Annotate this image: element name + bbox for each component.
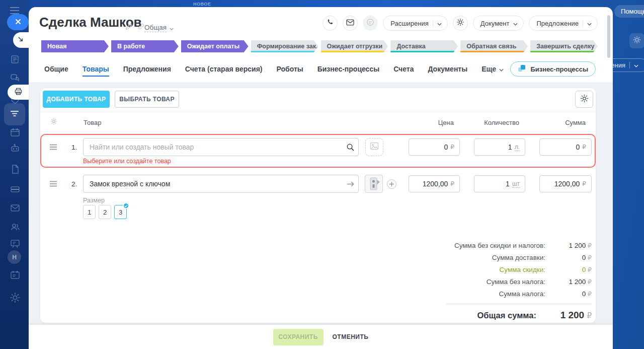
business-processes-label: Бизнес-процессы [530,65,588,73]
feed-icon[interactable] [10,54,21,65]
grid-settings-button[interactable] [575,91,593,108]
total-row-discount: Сумма скидки:0 ₽ [350,263,592,275]
board-icon[interactable] [10,238,21,249]
cancel-button[interactable]: ОТМЕНИТЬ [333,333,369,340]
edit-title-icon[interactable] [125,23,133,32]
size-chip-3-selected[interactable]: 3 [114,205,127,219]
gear-icon [456,18,464,28]
stage-awaiting-shipment[interactable]: Ожидает отгрузки [321,40,388,52]
printer-tab[interactable] [8,85,29,100]
offer-dropdown[interactable]: Предложение [529,16,598,31]
arrow-corner-icon [18,36,24,45]
add-product-button[interactable]: ДОБАВИТЬ ТОВАР [43,91,110,108]
open-product-arrow-icon[interactable] [346,180,355,190]
tab-invoices-old[interactable]: Счета (старая версия) [185,58,263,80]
unit-selector[interactable]: л. [515,144,520,151]
help-button[interactable]: Помощь [614,5,644,18]
app-root: НОВОЕ Помощь рения H [0,0,644,349]
tab-invoices[interactable]: Счета [393,58,414,80]
quantity-field[interactable]: 1 л. [474,138,525,156]
product-photo[interactable] [365,175,383,193]
select-product-button[interactable]: ВЫБРАТЬ ТОВАР [115,91,179,108]
product-name-input[interactable] [83,175,359,193]
business-processes-button[interactable]: Бизнес-процессы [510,61,596,77]
price-field[interactable]: 1200,00 ₽ [409,175,460,192]
tab-bar: Общие Товары Предложения Счета (старая в… [44,57,504,81]
new-badge: НОВОЕ [193,2,211,7]
chat-icon [366,18,374,28]
stage-close-deal[interactable]: Завершить сделку [530,40,598,52]
drag-handle[interactable] [49,180,57,189]
pipeline-stages: Новая В работе Ожидает оплаты Формирован… [41,40,598,52]
document-icon[interactable] [10,164,21,175]
collapse-arrow-tab[interactable] [13,32,29,48]
deal-slider-panel: Сделка Машков Общая Расширения Документ … [29,7,613,349]
product-search-input[interactable] [83,138,359,156]
validation-error-text: Выберите или создайте товар [83,158,171,165]
drive-icon[interactable] [10,184,21,195]
link-icon[interactable] [137,23,145,32]
image-placeholder[interactable] [365,138,383,156]
products-content-area: ДОБАВИТЬ ТОВАР ВЫБРАТЬ ТОВАР Товар Цена … [29,82,613,325]
totals-block: Сумма без скидки и налогов:1 200 ₽ Сумма… [350,239,592,322]
tasks-icon[interactable] [10,269,21,281]
close-panel-button[interactable] [7,14,29,30]
scrollbar[interactable] [607,15,610,58]
tab-general[interactable]: Общие [44,58,68,80]
process-icon [518,64,526,74]
stage-feedback[interactable]: Обратная связь [460,40,528,52]
tab-offers[interactable]: Предложения [123,58,171,80]
background-gear-button[interactable] [629,33,644,48]
pipeline-label: Общая [144,24,167,32]
price-field[interactable]: 0 ₽ [409,138,460,156]
chat-button[interactable] [363,16,378,31]
stage-awaiting-payment[interactable]: Ожидает оплаты [181,40,249,52]
size-chip-2[interactable]: 2 [99,205,111,219]
call-button[interactable] [323,16,338,31]
columns-gear-icon[interactable] [50,118,57,127]
stage-delivery[interactable]: Доставка [390,40,458,52]
sidebar-item-crm-active[interactable] [4,103,25,125]
chevron-down-icon [513,20,518,27]
total-row: Сумма доставки:0 ₽ [350,251,592,263]
sum-field[interactable]: 0 ₽ [539,138,592,156]
sum-field[interactable]: 1200,00 ₽ [539,175,592,192]
save-button[interactable]: СОХРАНИТЬ [273,329,324,345]
messenger-icon[interactable] [10,72,21,83]
tab-more[interactable]: Еще [481,58,504,80]
stage-order-forming[interactable]: Формирование зак... [251,40,318,52]
mail-icon[interactable] [10,202,21,214]
menu-icon[interactable] [10,7,20,15]
settings-button[interactable] [453,16,468,31]
column-header-quantity: Количество [459,119,525,126]
size-chip-1[interactable]: 1 [83,205,96,219]
quantity-field[interactable]: 1 шт [474,175,525,192]
add-photo-button[interactable] [387,179,396,189]
email-button[interactable] [343,16,358,31]
settings-icon[interactable] [10,292,21,303]
stage-in-progress[interactable]: В работе [111,40,179,52]
stage-new[interactable]: Новая [41,40,109,52]
mail-icon [346,19,354,28]
extensions-dropdown[interactable]: Расширения [383,16,448,31]
gear-icon [580,94,589,105]
column-header-product: Товар [84,119,101,126]
search-icon[interactable] [346,143,355,154]
chevron-down-icon [499,65,504,73]
tab-documents[interactable]: Документы [428,58,467,80]
tab-robots[interactable]: Роботы [276,58,303,80]
robot-icon[interactable] [10,143,21,154]
column-header-price: Цена [409,119,460,126]
divider [40,112,596,112]
tab-products[interactable]: Товары [83,58,109,80]
avatar[interactable]: H [8,250,21,264]
pipeline-selector[interactable]: Общая [144,23,174,32]
extensions-label: Расширения [390,20,429,27]
unit-selector[interactable]: шт [512,180,520,188]
document-dropdown[interactable]: Документ [473,16,524,31]
people-icon[interactable] [10,222,21,233]
tab-business-processes[interactable]: Бизнес-процессы [317,58,379,80]
calendar-icon[interactable] [10,127,21,138]
drag-handle[interactable] [49,143,57,152]
currency-suffix: ₽ [450,144,454,151]
